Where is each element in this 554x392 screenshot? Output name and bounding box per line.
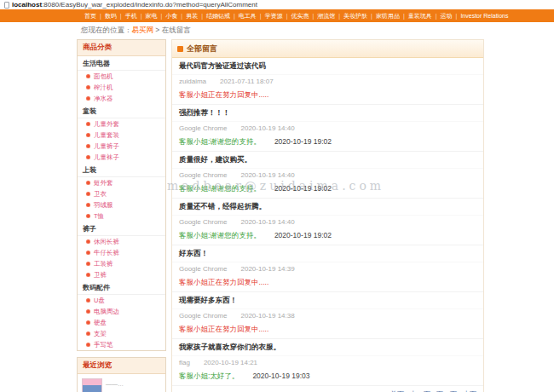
message-reply: 客服小姐:太好了。2020-10-19 19:03 [172,369,483,386]
category-link[interactable]: 儿童裤子 [94,142,119,151]
message-time: 2020-10-19 14:40 [240,218,294,226]
nav-item[interactable]: 电工具 [235,12,260,20]
message-title: 质量还不错，经得起折腾。 [172,199,483,216]
category-link[interactable]: 儿童套装 [94,131,119,140]
message-title: 现需要好多东西！ [172,292,483,309]
nav-item[interactable]: 潮流馆 [314,12,338,20]
category-link[interactable]: 儿童袜子 [94,153,119,162]
category-link[interactable]: 面包机 [94,72,113,81]
browser-url-bar[interactable]: localhost:8080/EasyBuy_war_exploded/inde… [0,0,554,9]
nav-item[interactable]: 运动 [437,12,456,20]
message-author: zuidaima [179,78,206,85]
category-link[interactable]: U盘 [94,297,105,305]
category-item[interactable]: 电脑周边 [78,306,165,317]
category-link[interactable]: 卫衣 [94,190,107,199]
category-group-title: 生活电器 [78,56,165,71]
category-item[interactable]: 工装裤 [78,258,165,269]
message-meta: Google Chrome2020-10-19 14:40 [172,216,483,228]
category-link[interactable]: 儿童外套 [94,120,119,129]
message-reply-time: 2020-10-19 19:02 [274,231,332,239]
message-item: 最代码官方验证通过该代码zuidaima2021-07-11 18:07客服小姐… [172,58,483,105]
category-bullet-icon [86,320,90,325]
message-reply-text: 客服小姐:太好了。 [179,372,239,380]
message-title: 强烈推荐！！！ [172,105,483,122]
message-title: 我家孩子就喜欢穿你们的衣服。 [172,339,483,356]
category-group-title: 裤子 [78,222,165,236]
category-link[interactable]: 休闲长裤 [94,238,119,246]
category-item[interactable]: 手写笔 [78,339,165,350]
message-meta: zuidaima2021-07-11 18:07 [172,75,483,88]
nav-item[interactable]: 首页 [81,12,100,20]
category-item[interactable]: 卫裤 [78,269,165,280]
category-item[interactable]: 硬盘 [78,317,165,328]
category-link[interactable]: 支架 [94,330,107,338]
message-reply-text: 客服小姐正在努力回复中..... [179,278,268,286]
category-item[interactable]: 儿童套装 [78,130,165,141]
category-item[interactable]: 休闲长裤 [78,236,165,247]
category-item[interactable]: 卫衣 [78,188,165,199]
recent-panel: 最近浏览 ——… [77,357,166,392]
top-navbar: 首页|数码|手机|家电|小食|男装|结婚钻戒|电工具|学资源|优实惠|潮流馆|美… [0,9,554,22]
message-reply-time: 2020-10-19 19:02 [274,137,332,146]
category-link[interactable]: 电脑周边 [94,308,119,316]
url-path: :8080/EasyBuy_war_exploded/indexinfo.do?… [42,1,257,9]
category-group-title: 数码配件 [78,280,165,295]
nav-item[interactable]: 小食 [162,12,181,20]
nav-item[interactable]: 数码 [101,12,120,20]
message-reply-time: 2020-10-19 19:02 [274,184,332,193]
category-link[interactable]: 工装裤 [94,260,113,268]
breadcrumb-current: 在线留言 [162,26,191,34]
category-item[interactable]: 短外套 [78,177,165,188]
message-title: 质量很好，建议购买。 [172,152,483,169]
category-item[interactable]: 榨汁机 [78,82,165,93]
category-link[interactable]: 硬盘 [94,319,107,327]
category-link[interactable]: 净水器 [94,95,113,103]
category-item[interactable]: 净水器 [78,93,165,104]
category-bullet-icon [86,96,90,101]
category-link[interactable]: 榨汁机 [94,84,113,92]
message-list: 最代码官方验证通过该代码zuidaima2021-07-11 18:07客服小姐… [172,58,483,386]
nav-item[interactable]: 手机 [122,12,141,20]
category-item[interactable]: 儿童外套 [78,118,165,130]
comments-panel: 全部留言 最代码官方验证通过该代码zuidaima2021-07-11 18:0… [171,39,484,392]
message-item: 我家孩子就喜欢穿你们的衣服。flag2020-10-19 14:21客服小姐:太… [172,339,483,386]
nav-item[interactable]: 童装玩具 [405,12,436,20]
category-bullet-icon [86,262,90,266]
nav-item[interactable]: 美妆护肤 [340,12,371,20]
category-link[interactable]: 羽绒服 [94,201,113,210]
category-link[interactable]: T恤 [94,212,104,221]
category-panel-title: 商品分类 [78,40,165,56]
recent-product-thumbnail[interactable] [82,378,102,392]
message-author: Google Chrome [179,218,227,226]
comments-panel-header: 全部留言 [172,40,483,58]
category-item[interactable]: 儿童袜子 [78,152,165,163]
category-link[interactable]: 手写笔 [94,341,113,349]
category-link[interactable]: 短外套 [94,179,113,187]
message-reply: 客服小姐正在努力回复中..... [172,88,483,105]
nav-item[interactable]: 家纺用品 [372,12,403,20]
recent-panel-title: 最近浏览 [78,358,165,374]
category-item[interactable]: 儿童裤子 [78,141,165,152]
category-item[interactable]: 羽绒服 [78,199,165,210]
message-author: Google Chrome [179,124,227,132]
category-item[interactable]: 面包机 [78,71,165,82]
breadcrumb-site-link[interactable]: 易买网 [132,26,154,34]
nav-item[interactable]: 结婚钻戒 [203,12,234,20]
nav-item[interactable]: 男装 [182,12,201,20]
category-item[interactable]: 牛仔长裤 [78,247,165,258]
breadcrumb-separator: > [153,26,162,34]
nav-item[interactable]: 学资源 [262,12,286,20]
category-item[interactable]: 支架 [78,328,165,339]
category-item[interactable]: T恤 [78,210,165,222]
category-link[interactable]: 卫裤 [94,271,107,280]
nav-item[interactable]: 优实惠 [287,12,312,20]
nav-item[interactable]: Investor Relations [457,13,511,19]
category-link[interactable]: 牛仔长裤 [94,249,119,257]
message-time: 2020-10-19 14:38 [240,312,294,320]
nav-item[interactable]: 家电 [141,12,160,20]
recent-item[interactable]: ——… [78,374,165,392]
message-item: 强烈推荐！！！Google Chrome2020-10-19 14:40客服小姐… [172,105,483,152]
category-bullet-icon [86,74,90,78]
breadcrumb: 您现在的位置：易买网 > 在线留言 [0,22,554,39]
category-item[interactable]: U盘 [78,295,165,306]
